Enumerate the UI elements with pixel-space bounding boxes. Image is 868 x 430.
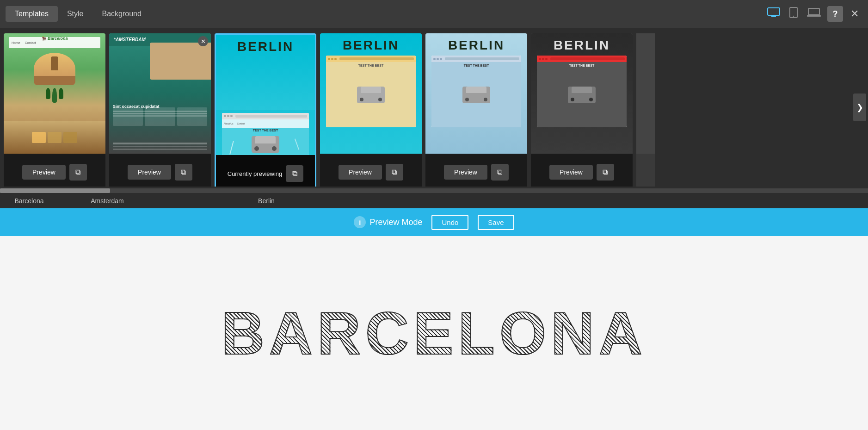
desktop-icon[interactable]	[764, 6, 783, 22]
berlin-3-browser: TEST THE BEST	[431, 56, 521, 127]
berlin-1-thumbnail: BERLIN About Us	[216, 35, 315, 155]
berlin-1-card-footer: Currently previewing ⧉	[216, 155, 315, 187]
berlin-name-label: Berlin	[160, 197, 373, 205]
barcelona-card-footer: Preview ⧉	[4, 154, 105, 187]
currently-previewing-overlay: Currently previewing ⧉	[216, 155, 315, 187]
berlin-2-card-footer: Preview ⧉	[320, 154, 422, 187]
berlin-1-title: BERLIN	[216, 39, 315, 110]
template-card-berlin-selected: BERLIN About Us	[215, 33, 316, 187]
save-button[interactable]: Save	[478, 215, 514, 230]
barcelona-copy-button[interactable]: ⧉	[69, 164, 87, 181]
amsterdam-close-button[interactable]: ✕	[198, 36, 208, 46]
berlin-4-preview-button[interactable]: Preview	[549, 165, 593, 180]
barcelona-preview-button[interactable]: Preview	[22, 165, 66, 180]
template-card-berlin-2: BERLIN TEST THE BEST	[320, 33, 422, 187]
template-card-berlin-4: BERLIN TEST THE BEST	[531, 33, 633, 187]
berlin-4-copy-button[interactable]: ⧉	[597, 164, 614, 181]
svg-point-4	[793, 16, 794, 17]
tab-background[interactable]: Background	[93, 6, 151, 22]
berlin-3-title: BERLIN	[448, 38, 505, 53]
currently-previewing-text: Currently previewing	[228, 170, 283, 177]
scrollbar-track	[0, 188, 868, 193]
berlin-2-copy-button[interactable]: ⧉	[386, 164, 403, 181]
berlin-1-browser: About Us Contact TEST THE BEST	[222, 113, 309, 155]
partial-card	[636, 33, 655, 187]
template-strip: 🐂 Barcelona Home Contact	[0, 28, 868, 187]
berlin-3-thumbnail: BERLIN TEST THE BEST	[425, 33, 527, 154]
close-button[interactable]: ✕	[847, 6, 862, 22]
template-card-berlin-3: BERLIN TEST THE BEST	[425, 33, 527, 187]
template-panel: 🐂 Barcelona Home Contact	[0, 28, 868, 208]
berlin-4-thumbnail: BERLIN TEST THE BEST	[531, 33, 633, 154]
barcelona-logo: 🐂 Barcelona	[41, 36, 68, 41]
toolbar-tabs: Templates Style Background	[6, 6, 151, 22]
berlin-2-thumbnail: BERLIN TEST THE BEST	[320, 33, 422, 154]
berlin-2-browser: TEST THE BEST	[326, 56, 416, 127]
berlin-3-preview-button[interactable]: Preview	[444, 165, 487, 180]
tab-templates[interactable]: Templates	[6, 6, 58, 22]
berlin-4-browser: TEST THE BEST	[537, 56, 627, 127]
svg-rect-6	[807, 15, 821, 17]
undo-button[interactable]: Undo	[431, 215, 468, 230]
berlin-3-copy-button[interactable]: ⧉	[491, 164, 509, 181]
right-arrow-button[interactable]: ❯	[853, 93, 866, 121]
amsterdam-hand	[150, 43, 211, 80]
svg-rect-5	[808, 8, 819, 15]
tab-style[interactable]: Style	[58, 6, 93, 22]
toolbar: Templates Style Background ?	[0, 0, 868, 28]
help-button[interactable]: ?	[827, 6, 843, 22]
berlin-4-title: BERLIN	[554, 38, 610, 53]
amsterdam-name-label: Amsterdam	[55, 197, 160, 205]
preview-mode-bar: i Preview Mode Undo Save	[0, 208, 868, 236]
info-icon: i	[354, 216, 366, 228]
berlin-2-preview-button[interactable]: Preview	[339, 165, 382, 180]
scrollbar-thumb[interactable]	[0, 188, 110, 193]
template-card-amsterdam: ✕ *AMSTERDAM	[109, 33, 211, 187]
svg-rect-0	[768, 8, 780, 15]
berlin-3-card-footer: Preview ⧉	[425, 154, 527, 187]
barcelona-thumbnail: 🐂 Barcelona Home Contact	[4, 33, 105, 154]
template-card-barcelona: 🐂 Barcelona Home Contact	[4, 33, 105, 187]
amsterdam-preview-button[interactable]: Preview	[128, 165, 171, 180]
preview-mode-info: i Preview Mode	[354, 216, 422, 228]
preview-mode-label: Preview Mode	[369, 218, 422, 227]
toolbar-right: ? ✕	[764, 5, 862, 23]
amsterdam-thumbnail: *AMSTERDAM Sint occaecat cupidata	[109, 33, 211, 154]
scrollbar-row	[0, 187, 868, 193]
amsterdam-copy-button[interactable]: ⧉	[175, 164, 192, 181]
berlin-4-card-footer: Preview ⧉	[531, 154, 633, 187]
barcelona-big-title: BARCELONA	[221, 299, 647, 368]
berlin-2-title: BERLIN	[343, 38, 399, 53]
template-labels: Barcelona Amsterdam Berlin	[0, 193, 868, 208]
berlin-1-copy-button[interactable]: ⧉	[286, 165, 303, 182]
tablet-icon[interactable]	[787, 5, 800, 23]
amsterdam-card-footer: Preview ⧉	[109, 154, 211, 187]
main-content: BARCELONA	[0, 236, 868, 430]
laptop-icon[interactable]	[804, 6, 824, 22]
barcelona-name-label: Barcelona	[4, 197, 55, 205]
